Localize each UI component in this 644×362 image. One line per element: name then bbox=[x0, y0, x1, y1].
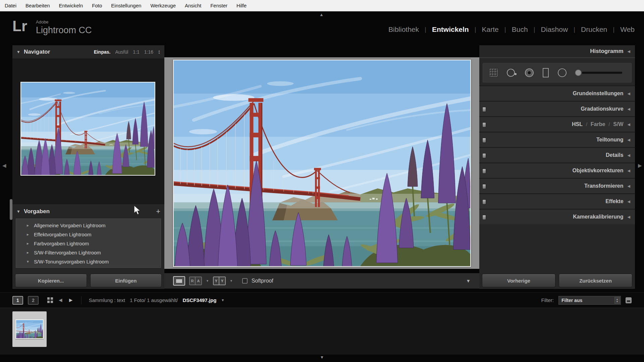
collapse-left-panel-icon[interactable]: ◀ bbox=[2, 163, 6, 169]
presets-header[interactable]: ▼ Vorgaben + bbox=[12, 204, 164, 219]
panel-section-details[interactable]: Details ◀ bbox=[479, 147, 635, 163]
navigator-header[interactable]: ▼ Navigator Einpas. Ausfül 1:1 1:16 ▲▼ bbox=[12, 45, 164, 59]
navigator-preview-image[interactable] bbox=[20, 82, 155, 176]
collapse-triangle-icon[interactable]: ▼ bbox=[16, 50, 20, 54]
expand-triangle-icon[interactable]: ► bbox=[26, 251, 30, 254]
menu-fenster[interactable]: Fenster bbox=[210, 3, 227, 8]
forward-arrow-icon[interactable]: ► bbox=[68, 297, 74, 304]
softproof-checkbox[interactable] bbox=[242, 278, 248, 284]
module-bibliothek[interactable]: Bibliothek bbox=[388, 25, 419, 34]
preset-folder-sw-filter[interactable]: ► S/W-Filtervorgaben Lightroom bbox=[16, 248, 161, 257]
collection-label[interactable]: Sammlung : text bbox=[89, 297, 125, 303]
panel-switch-icon[interactable] bbox=[482, 215, 486, 220]
preset-folder-sw-tonung[interactable]: ▼ S/W-Tonungsvorgaben Lightroom bbox=[16, 257, 161, 266]
graduated-filter-tool-icon[interactable] bbox=[541, 67, 550, 78]
collapse-triangle-icon[interactable]: ▼ bbox=[26, 260, 30, 263]
filter-stepper-icon[interactable]: ▲▼ bbox=[614, 297, 620, 304]
add-preset-button[interactable]: + bbox=[156, 208, 160, 215]
menu-entwickeln[interactable]: Entwickeln bbox=[59, 3, 83, 8]
main-window-button[interactable]: 1 bbox=[12, 296, 23, 305]
menu-foto[interactable]: Foto bbox=[92, 3, 102, 8]
hsl-tab[interactable]: HSL bbox=[572, 121, 583, 127]
collapse-bottom-panel-icon[interactable]: ▼ bbox=[320, 355, 324, 362]
copy-button[interactable]: Kopieren... bbox=[15, 274, 87, 287]
collapse-arrow-icon[interactable]: ◀ bbox=[628, 107, 630, 111]
panel-switch-icon[interactable] bbox=[482, 107, 486, 112]
module-entwickeln[interactable]: Entwickeln bbox=[432, 25, 469, 34]
module-web[interactable]: Web bbox=[620, 25, 635, 34]
preset-folder-allgemeine[interactable]: ► Allgemeine Vorgaben Lightroom bbox=[16, 221, 161, 230]
view-mode-caret-icon[interactable]: ▼ bbox=[206, 279, 209, 283]
collapse-arrow-icon[interactable]: ◀ bbox=[628, 199, 630, 204]
panel-section-objektivkorrekturen[interactable]: Objektivkorrekturen ◀ bbox=[479, 163, 635, 178]
second-window-button[interactable]: 2 bbox=[28, 296, 39, 305]
panel-section-grundeinstellungen[interactable]: Grundeinstellungen ◀ bbox=[479, 85, 635, 101]
module-drucken[interactable]: Drucken bbox=[581, 25, 607, 34]
collapse-top-panel-icon[interactable]: ▲ bbox=[319, 12, 324, 17]
toolbar-options-icon[interactable]: ▼ bbox=[466, 278, 471, 284]
menu-werkzeuge[interactable]: Werkzeuge bbox=[150, 3, 176, 8]
previous-button[interactable]: Vorherige bbox=[482, 274, 555, 287]
filter-toggle-icon[interactable] bbox=[626, 297, 632, 303]
zoom-fit-option[interactable]: Einpas. bbox=[94, 49, 111, 55]
panel-switch-icon[interactable] bbox=[482, 184, 486, 189]
crop-tool-icon[interactable] bbox=[488, 67, 499, 78]
spot-removal-tool-icon[interactable] bbox=[506, 67, 517, 78]
red-eye-tool-icon[interactable] bbox=[524, 67, 535, 78]
module-buch[interactable]: Buch bbox=[512, 25, 528, 34]
expand-triangle-icon[interactable]: ► bbox=[26, 233, 30, 236]
collapse-arrow-icon[interactable]: ◀ bbox=[628, 138, 630, 142]
panel-section-kamerakalibrierung[interactable]: Kamerakalibrierung ◀ bbox=[479, 209, 635, 224]
left-panel-scrollbar[interactable] bbox=[10, 199, 12, 220]
collapse-arrow-icon[interactable]: ◀ bbox=[628, 153, 630, 158]
collapse-arrow-icon[interactable]: ◀ bbox=[628, 184, 630, 188]
sw-tab[interactable]: S/W bbox=[613, 121, 623, 127]
collapse-arrow-icon[interactable]: ◀ bbox=[628, 215, 630, 219]
panel-section-transformieren[interactable]: Transformieren ◀ bbox=[479, 178, 635, 193]
collapse-arrow-icon[interactable]: ◀ bbox=[628, 49, 630, 54]
back-arrow-icon[interactable]: ◄ bbox=[58, 297, 63, 304]
menu-einstellungen[interactable]: Einstellungen bbox=[111, 3, 141, 8]
reset-button[interactable]: Zurücksetzen bbox=[559, 274, 632, 287]
expand-triangle-icon[interactable]: ► bbox=[26, 224, 30, 227]
preset-folder-effekt[interactable]: ► Effektvorgaben Lightroom bbox=[16, 230, 161, 239]
collapse-arrow-icon[interactable]: ◀ bbox=[628, 92, 630, 96]
menu-bearbeiten[interactable]: Bearbeiten bbox=[25, 3, 50, 8]
panel-section-gradationskurve[interactable]: Gradationskurve ◀ bbox=[479, 101, 635, 116]
zoom-ratio-stepper[interactable]: ▲▼ bbox=[158, 50, 160, 54]
collapse-arrow-icon[interactable]: ◀ bbox=[628, 169, 630, 173]
after-view-label[interactable]: A bbox=[196, 277, 201, 285]
before-view-label[interactable]: R bbox=[190, 277, 196, 285]
collapse-arrow-icon[interactable]: ◀ bbox=[628, 122, 630, 127]
module-karte[interactable]: Karte bbox=[482, 25, 499, 34]
panel-switch-icon[interactable] bbox=[482, 138, 486, 143]
histogram-header[interactable]: Histogramm ◀ bbox=[479, 45, 635, 58]
split-right-label[interactable]: Y bbox=[219, 277, 225, 285]
adjustment-brush-tool-icon[interactable] bbox=[574, 67, 625, 78]
collapse-triangle-icon[interactable]: ▼ bbox=[16, 209, 20, 214]
menu-datei[interactable]: Datei bbox=[5, 3, 16, 8]
expand-triangle-icon[interactable]: ► bbox=[26, 242, 30, 245]
farbe-tab[interactable]: Farbe bbox=[591, 121, 605, 127]
panel-section-teiltonung[interactable]: Teiltonung ◀ bbox=[479, 132, 635, 147]
filename-dropdown-icon[interactable]: ▼ bbox=[221, 298, 224, 302]
filename-label[interactable]: DSCF3497.jpg bbox=[182, 297, 216, 303]
panel-section-hsl[interactable]: HSL / Farbe / S/W ◀ bbox=[479, 116, 635, 132]
panel-switch-icon[interactable] bbox=[482, 122, 486, 127]
preset-folder-farb[interactable]: ► Farbvorgaben Lightroom bbox=[16, 239, 161, 248]
panel-switch-icon[interactable] bbox=[482, 169, 486, 174]
panel-section-effekte[interactable]: Effekte ◀ bbox=[479, 193, 635, 209]
panel-switch-icon[interactable] bbox=[482, 153, 486, 158]
module-diashow[interactable]: Diashow bbox=[541, 25, 568, 34]
filter-dropdown[interactable]: Filter aus ▲▼ bbox=[558, 296, 621, 305]
thumbnail-image[interactable] bbox=[15, 319, 44, 339]
menu-hilfe[interactable]: Hilfe bbox=[236, 3, 247, 8]
zoom-fill-option[interactable]: Ausfül bbox=[115, 49, 128, 55]
zoom-1-16-option[interactable]: 1:16 bbox=[144, 49, 153, 55]
split-mode-caret-icon[interactable]: ▼ bbox=[230, 279, 233, 283]
grid-view-icon[interactable] bbox=[47, 297, 53, 303]
loupe-view-icon[interactable] bbox=[173, 276, 185, 286]
split-left-label[interactable]: Y bbox=[214, 277, 219, 285]
radial-filter-tool-icon[interactable] bbox=[557, 67, 568, 78]
paste-button[interactable]: Einfügen bbox=[90, 274, 162, 287]
